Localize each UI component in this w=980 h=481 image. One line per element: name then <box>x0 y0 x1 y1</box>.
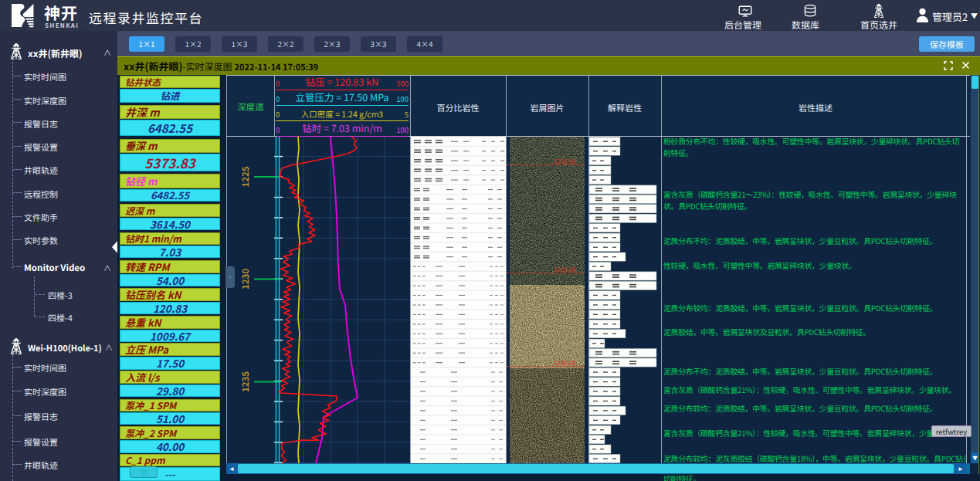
svg-text:1230: 1230 <box>239 269 251 290</box>
svg-text:1225: 1225 <box>239 166 251 187</box>
svg-text:1235: 1235 <box>239 371 251 392</box>
